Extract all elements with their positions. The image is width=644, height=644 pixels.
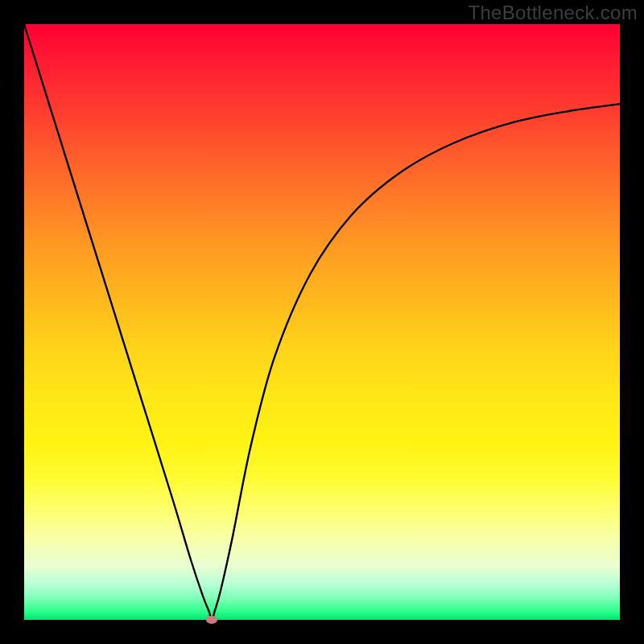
plot-area	[24, 24, 620, 620]
bottleneck-curve	[24, 24, 620, 620]
chart-frame: TheBottleneck.com	[0, 0, 644, 644]
watermark-text: TheBottleneck.com	[468, 2, 638, 24]
minimum-marker	[206, 616, 217, 624]
